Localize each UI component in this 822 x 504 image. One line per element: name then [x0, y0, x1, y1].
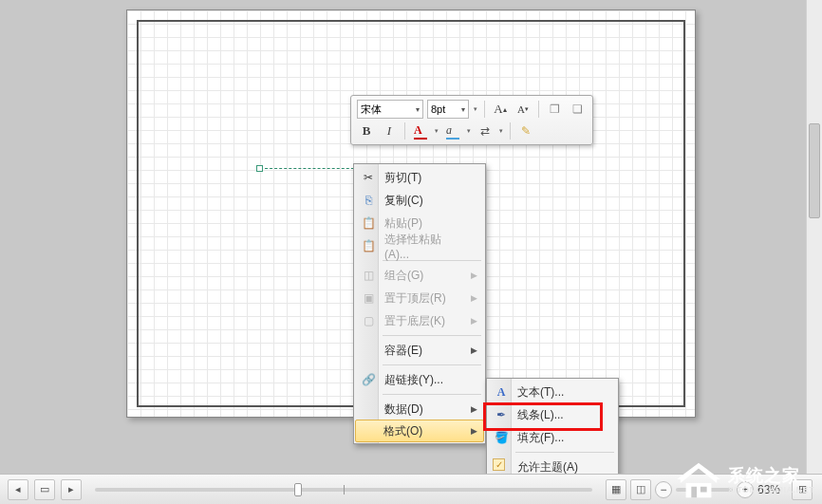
dropdown-arrow-icon[interactable]: ▾ [498, 121, 504, 140]
bucket-icon: 🪣 [493, 429, 510, 446]
menu-separator [383, 394, 481, 395]
submenu-arrow-icon: ▶ [471, 316, 477, 326]
house-icon [677, 462, 720, 500]
menu-item-format[interactable]: 格式(O) ▶ [355, 420, 484, 442]
shrink-font-button[interactable]: A▾ [514, 100, 532, 119]
paste-special-icon: 📋 [360, 237, 377, 254]
dropdown-arrow-icon[interactable]: ▾ [466, 121, 472, 140]
fit-width-button[interactable]: ◫ [630, 479, 651, 500]
separator [484, 101, 485, 118]
checkbox-checked-icon: ✓ [493, 458, 505, 471]
slider-tick [344, 485, 345, 495]
paste-format-icon[interactable]: ❏ [568, 100, 587, 119]
submenu-arrow-icon: ▶ [471, 426, 477, 436]
watermark-title: 系统之家 [728, 467, 814, 486]
horizontal-scroll-slider[interactable] [95, 488, 592, 492]
menu-item-container[interactable]: 容器(E) ▶ [356, 339, 483, 362]
separator [404, 122, 405, 140]
svg-rect-2 [701, 487, 707, 493]
submenu-item-text[interactable]: A 文本(T)... [489, 381, 616, 403]
dropdown-arrow-icon[interactable]: ▾ [434, 121, 439, 140]
submenu-arrow-icon: ▶ [471, 293, 477, 303]
floating-format-toolbar: 宋体 ▾ 8pt ▾ ▾ A▴ A▾ ❐ ❏ B I A ▾ a ▾ ⇄ ▾ ✎ [350, 95, 593, 145]
copy-format-icon[interactable]: ❐ [545, 100, 564, 119]
menu-separator [383, 335, 481, 336]
menu-separator [515, 452, 614, 453]
bold-button[interactable]: B [357, 121, 376, 140]
scrollbar-thumb[interactable] [809, 123, 820, 218]
group-icon: ◫ [360, 267, 377, 284]
menu-item-hyperlink[interactable]: 🔗 超链接(Y)... [356, 368, 483, 391]
format-painter-icon[interactable]: ✎ [516, 121, 535, 140]
prev-page-button[interactable]: ◂ [8, 479, 28, 500]
submenu-arrow-icon: ▶ [471, 404, 477, 414]
submenu-arrow-icon: ▶ [471, 271, 477, 280]
submenu-item-line[interactable]: ✒ 线条(L)... [489, 403, 616, 426]
copy-icon: ⎘ [360, 192, 377, 209]
bring-front-icon: ▣ [360, 289, 377, 307]
fit-page-button[interactable]: ▦ [606, 479, 626, 500]
font-size-value: 8pt [431, 103, 445, 115]
submenu-arrow-icon: ▶ [471, 345, 477, 355]
pen-icon: ✒ [493, 406, 510, 423]
menu-separator [383, 364, 481, 365]
text-icon: A [493, 383, 510, 401]
svg-rect-1 [691, 487, 697, 498]
page-nav-button[interactable]: ▭ [34, 479, 55, 500]
svg-rect-0 [685, 483, 711, 497]
watermark-logo: 系统之家 XITONGZHIJIA.NET [669, 458, 822, 504]
line-handle-left[interactable] [256, 165, 263, 172]
italic-button[interactable]: I [380, 121, 399, 140]
highlight-button[interactable]: a [443, 121, 462, 140]
dropdown-arrow-icon: ▾ [416, 105, 420, 114]
menu-item-cut[interactable]: ✂ 剪切(T) [356, 166, 483, 189]
vertical-scrollbar[interactable] [806, 0, 822, 474]
dropdown-arrow-icon[interactable]: ▾ [473, 100, 478, 119]
font-name-value: 宋体 [361, 103, 382, 117]
font-name-select[interactable]: 宋体 ▾ [357, 100, 423, 119]
submenu-item-fill[interactable]: 🪣 填充(F)... [489, 426, 616, 449]
hyperlink-icon: 🔗 [360, 371, 377, 388]
menu-item-group: ◫ 组合(G) ▶ [356, 264, 483, 287]
paste-icon: 📋 [360, 215, 377, 232]
context-menu: ✂ 剪切(T) ⎘ 复制(C) 📋 粘贴(P) 📋 选择性粘贴(A)... ◫ … [353, 163, 486, 444]
scissors-icon: ✂ [360, 169, 377, 186]
grow-font-button[interactable]: A▴ [491, 100, 510, 119]
next-page-button[interactable]: ▸ [61, 479, 82, 500]
font-size-select[interactable]: 8pt ▾ [427, 100, 469, 119]
separator [510, 122, 511, 140]
menu-item-send-back: ▢ 置于底层(K) ▶ [356, 309, 483, 332]
slider-knob[interactable] [294, 483, 302, 496]
line-arrows-button[interactable]: ⇄ [476, 121, 495, 140]
dropdown-arrow-icon: ▾ [461, 105, 465, 114]
menu-item-copy[interactable]: ⎘ 复制(C) [356, 189, 483, 212]
send-back-icon: ▢ [360, 312, 377, 329]
separator [538, 101, 539, 118]
menu-item-bring-front: ▣ 置于顶层(R) ▶ [356, 287, 483, 309]
menu-item-paste-special: 📋 选择性粘贴(A)... [356, 234, 483, 257]
font-color-button[interactable]: A [411, 121, 430, 140]
watermark-url: XITONGZHIJIA.NET [728, 486, 814, 495]
menu-item-data[interactable]: 数据(D) ▶ [356, 398, 483, 420]
